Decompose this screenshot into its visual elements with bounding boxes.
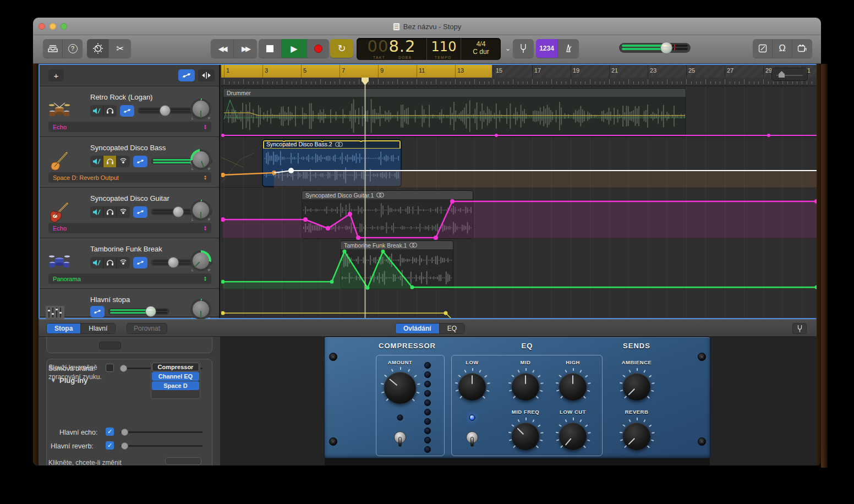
master-echo-checkbox[interactable]: ✓ bbox=[106, 428, 114, 436]
add-track-button[interactable]: + bbox=[48, 69, 64, 81]
ruler-zoom-slider[interactable] bbox=[771, 68, 808, 81]
mid-freq-knob[interactable] bbox=[512, 423, 539, 450]
mute-button[interactable] bbox=[90, 156, 103, 167]
pan-knob[interactable]: LP bbox=[190, 98, 211, 119]
region-drummer[interactable]: Drummer bbox=[223, 88, 686, 137]
note-pad-button[interactable] bbox=[753, 39, 773, 58]
region-bass[interactable]: Syncopated Disco Bass.2 bbox=[262, 140, 401, 187]
plugin-button-space-d[interactable]: Space D bbox=[152, 381, 199, 390]
track-header-3[interactable]: Syncopated Disco Guitar LP Echo ▲▼ bbox=[40, 188, 219, 238]
record-button[interactable] bbox=[307, 39, 329, 58]
amount-knob[interactable] bbox=[384, 372, 416, 404]
tab-eq[interactable]: EQ bbox=[440, 324, 464, 333]
clipped-button[interactable] bbox=[99, 342, 121, 349]
high-knob[interactable] bbox=[559, 373, 587, 401]
cycle-button[interactable]: ↻ bbox=[330, 39, 353, 58]
media-browser-button[interactable] bbox=[792, 39, 812, 58]
solo-button[interactable] bbox=[103, 206, 117, 218]
timeline[interactable]: 135791113151719212325272931 DrummerSynco… bbox=[221, 65, 817, 318]
quick-help-button[interactable]: ? bbox=[63, 39, 83, 58]
lcd-chevron-down-icon[interactable]: ⌄ bbox=[505, 45, 511, 52]
editors-button[interactable]: ✂ bbox=[109, 39, 131, 58]
tab-porovnat[interactable]: Porovnat bbox=[127, 323, 167, 334]
volume-thumb[interactable] bbox=[168, 257, 179, 268]
mute-button[interactable] bbox=[90, 105, 103, 117]
ambience-knob[interactable] bbox=[623, 373, 650, 401]
automation-parameter-select[interactable]: Panorama ▲▼ bbox=[48, 273, 211, 284]
track-automation-button[interactable] bbox=[90, 306, 105, 317]
volume-thumb[interactable] bbox=[145, 306, 156, 317]
metronome-button[interactable] bbox=[558, 39, 579, 58]
automation-parameter-select[interactable]: Echo ▲▼ bbox=[48, 122, 211, 132]
master-reverb-slider-thumb[interactable] bbox=[121, 442, 128, 450]
ruler[interactable]: 135791113151719212325272931 bbox=[221, 65, 817, 86]
pan-knob[interactable]: LP bbox=[190, 299, 211, 320]
master-echo-slider-thumb[interactable] bbox=[121, 429, 128, 436]
reverb-knob[interactable] bbox=[623, 423, 650, 450]
plugin-button-compressor[interactable]: Compressor bbox=[152, 363, 199, 371]
input-monitoring-button[interactable] bbox=[117, 257, 130, 269]
master-reverb-checkbox[interactable]: ✓ bbox=[106, 441, 114, 450]
automation-parameter-select[interactable]: Echo ▲▼ bbox=[48, 223, 211, 233]
mute-button[interactable] bbox=[90, 257, 103, 269]
track-header-2[interactable]: Syncopated Disco Bass LP Space D: Reverb… bbox=[40, 137, 219, 188]
master-echo-slider[interactable] bbox=[120, 431, 202, 433]
master-volume-slider[interactable] bbox=[619, 43, 691, 53]
panel-tuner-button[interactable] bbox=[792, 323, 807, 334]
input-monitoring-button[interactable] bbox=[117, 206, 130, 218]
region-guitar[interactable]: Syncopated Disco Guitar.1 bbox=[302, 190, 473, 239]
playhead[interactable] bbox=[365, 78, 365, 318]
track-name[interactable]: Syncopated Disco Guitar bbox=[90, 194, 169, 202]
master-reverb-slider[interactable] bbox=[120, 445, 202, 447]
tuner-button[interactable] bbox=[513, 39, 534, 58]
library-button[interactable] bbox=[43, 39, 63, 58]
track-header-4[interactable]: Tamborine Funk Break LP Panorama ▲▼ bbox=[40, 238, 219, 289]
track-volume-slider[interactable] bbox=[108, 308, 169, 315]
region-tamb[interactable]: Tamborine Funk Break.1 bbox=[340, 240, 453, 289]
track-automation-button[interactable] bbox=[120, 105, 134, 117]
master-volume-thumb[interactable] bbox=[660, 42, 672, 54]
input-monitoring-button[interactable] bbox=[117, 156, 130, 167]
forward-button[interactable]: ▶▶ bbox=[234, 39, 257, 58]
pan-knob[interactable]: LP bbox=[190, 200, 211, 221]
automation-parameter-select[interactable]: Space D: Reverb Output ▲▼ bbox=[48, 172, 211, 183]
count-in-button[interactable]: 1234 bbox=[536, 39, 558, 58]
solo-button[interactable] bbox=[103, 257, 117, 269]
mute-button[interactable] bbox=[90, 206, 103, 218]
zoom-slider-thumb[interactable] bbox=[779, 71, 785, 78]
tab-stopa[interactable]: Stopa bbox=[47, 324, 81, 333]
tab-hlavni[interactable]: Hlavní bbox=[81, 324, 115, 333]
plugin-empty-slot[interactable] bbox=[152, 391, 199, 398]
track-automation-button[interactable] bbox=[133, 257, 147, 269]
track-name[interactable]: Syncopated Disco Bass bbox=[90, 144, 166, 152]
track-header-1[interactable]: Retro Rock (Logan) LP Echo ▲▼ bbox=[40, 86, 219, 137]
track-name[interactable]: Retro Rock (Logan) bbox=[90, 93, 152, 101]
tab-ovladani[interactable]: Ovládání bbox=[396, 324, 440, 333]
track-name[interactable]: Tamborine Funk Break bbox=[90, 245, 162, 253]
inspector-footer-button[interactable] bbox=[165, 457, 201, 465]
volume-thumb[interactable] bbox=[173, 206, 184, 217]
catch-playhead-button[interactable] bbox=[198, 69, 215, 81]
volume-thumb[interactable] bbox=[160, 105, 171, 116]
eq-toggle-switch[interactable] bbox=[465, 429, 479, 448]
track-name[interactable]: Hlavní stopa bbox=[90, 295, 130, 304]
track-automation-button[interactable] bbox=[133, 206, 147, 218]
play-button[interactable]: ▶ bbox=[282, 39, 307, 58]
loop-browser-button[interactable]: Ω bbox=[773, 39, 792, 58]
cycle-region[interactable] bbox=[221, 65, 492, 78]
track-header-5[interactable]: Hlavní stopa LP bbox=[40, 289, 219, 317]
solo-button[interactable] bbox=[103, 156, 117, 167]
solo-button[interactable] bbox=[103, 105, 117, 117]
smart-controls-button[interactable] bbox=[87, 39, 109, 58]
track-automation-button[interactable] bbox=[133, 156, 147, 167]
lcd-display[interactable]: 008.2 TAKT DOBA 110 TEMPO 4/4 C dur ⌄ bbox=[357, 38, 501, 60]
rewind-button[interactable]: ◀◀ bbox=[211, 39, 234, 58]
low-knob[interactable] bbox=[458, 373, 486, 401]
mid-knob[interactable] bbox=[512, 373, 539, 401]
show-automation-button[interactable] bbox=[178, 69, 195, 81]
stop-button[interactable] bbox=[259, 39, 282, 58]
compressor-toggle-switch[interactable] bbox=[393, 429, 407, 448]
low-cut-knob[interactable] bbox=[559, 423, 587, 450]
pan-knob[interactable]: LP bbox=[190, 250, 211, 271]
plugin-button-channel-eq[interactable]: Channel EQ bbox=[152, 372, 199, 381]
